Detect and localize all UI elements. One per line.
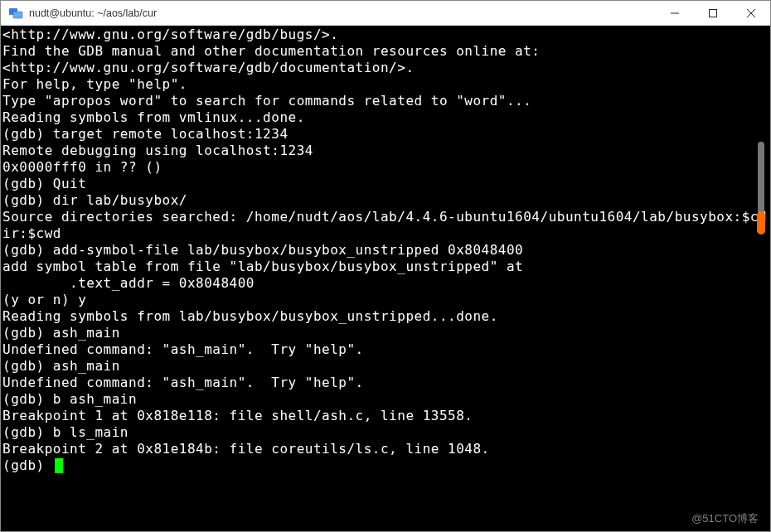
terminal-line: Source directories searched: /home/nudt/… bbox=[1, 209, 770, 242]
app-icon bbox=[7, 5, 24, 22]
terminal-line: (gdb) ash_main bbox=[1, 325, 770, 341]
svg-rect-3 bbox=[710, 9, 717, 17]
titlebar: nudt@ubuntu: ~/aos/lab/cur bbox=[1, 1, 770, 26]
terminal-line: add symbol table from file "lab/busybox/… bbox=[1, 259, 770, 275]
scrollbar-thumb-accent bbox=[757, 211, 765, 235]
terminal-line: 0x0000fff0 in ?? () bbox=[1, 159, 770, 176]
terminal-line: (gdb) b ls_main bbox=[1, 424, 770, 441]
terminal-line: Find the GDB manual and other documentat… bbox=[1, 43, 770, 60]
terminal-line: (y or n) y bbox=[1, 292, 770, 308]
terminal-line: (gdb) Quit bbox=[1, 176, 770, 192]
terminal-line: (gdb) bbox=[1, 457, 770, 474]
terminal-line: Remote debugging using localhost:1234 bbox=[1, 143, 770, 159]
terminal-line: Reading symbols from vmlinux...done. bbox=[1, 109, 770, 126]
terminal-line: Reading symbols from lab/busybox/busybox… bbox=[1, 308, 770, 325]
terminal-area[interactable]: <http://www.gnu.org/software/gdb/bugs/>.… bbox=[1, 26, 770, 531]
terminal-line: Type "apropos word" to search for comman… bbox=[1, 93, 770, 109]
terminal-line: (gdb) target remote localhost:1234 bbox=[1, 126, 770, 143]
scrollbar-thumb[interactable] bbox=[758, 142, 764, 233]
terminal-line: <http://www.gnu.org/software/gdb/documen… bbox=[1, 60, 770, 76]
terminal-line: Undefined command: "ash_main". Try "help… bbox=[1, 375, 770, 391]
minimize-button[interactable] bbox=[656, 1, 694, 26]
terminal-line: (gdb) b ash_main bbox=[1, 391, 770, 408]
svg-rect-1 bbox=[13, 12, 22, 18]
scrollbar[interactable] bbox=[754, 26, 769, 531]
terminal-line: Breakpoint 2 at 0x81e184b: file coreutil… bbox=[1, 441, 770, 457]
terminal-line: .text_addr = 0x8048400 bbox=[1, 275, 770, 292]
terminal-output: <http://www.gnu.org/software/gdb/bugs/>.… bbox=[1, 26, 770, 531]
terminal-window: nudt@ubuntu: ~/aos/lab/cur <http://www.g… bbox=[0, 0, 771, 532]
terminal-line: Undefined command: "ash_main". Try "help… bbox=[1, 341, 770, 358]
terminal-cursor bbox=[55, 458, 63, 473]
scrollbar-track[interactable] bbox=[758, 142, 764, 531]
window-title: nudt@ubuntu: ~/aos/lab/cur bbox=[29, 7, 157, 19]
terminal-line: (gdb) ash_main bbox=[1, 358, 770, 375]
maximize-button[interactable] bbox=[694, 1, 732, 26]
watermark: @51CTO博客 bbox=[691, 511, 759, 526]
terminal-line: For help, type "help". bbox=[1, 76, 770, 93]
terminal-line: <http://www.gnu.org/software/gdb/bugs/>. bbox=[1, 27, 770, 43]
terminal-line: (gdb) dir lab/busybox/ bbox=[1, 192, 770, 209]
close-button[interactable] bbox=[732, 1, 770, 26]
terminal-line: (gdb) add-symbol-file lab/busybox/busybo… bbox=[1, 242, 770, 259]
terminal-line: Breakpoint 1 at 0x818e118: file shell/as… bbox=[1, 408, 770, 424]
